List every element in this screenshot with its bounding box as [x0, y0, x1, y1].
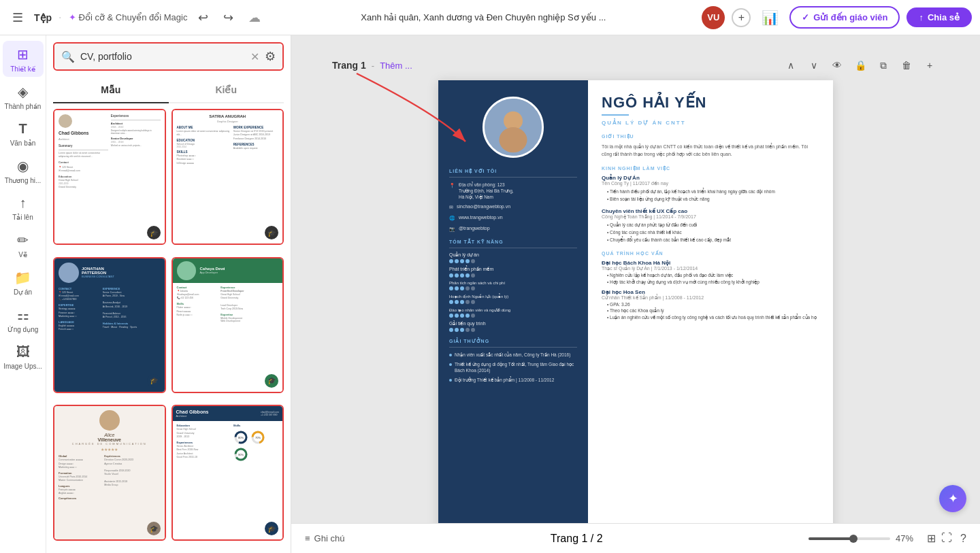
- magic-convert-btn[interactable]: Đổi cỡ & Chuyển đổi Magic: [69, 12, 188, 22]
- cv-intro-text: Tôi là một nhà quản lý dự án CNTT có kiế…: [602, 143, 819, 158]
- filter-icon[interactable]: ⚙: [265, 49, 276, 64]
- page-1-header: Trang 1 - Thêm ... ∧ ∨ 👁 🔒 ⧉ 🗑 +: [332, 56, 939, 75]
- exp-1-bullet-1: Tiến hành điều phối dự án, lập kế hoạch …: [602, 188, 819, 195]
- zoom-controls: 47%: [808, 533, 913, 543]
- text-label: Văn bản: [10, 139, 36, 147]
- notes-button[interactable]: ≡ Ghi chú: [305, 533, 344, 543]
- cv-left-column: LIÊN HỆ VỚI TÔI 📍 Địa chỉ văn phòng: 123…: [438, 80, 588, 523]
- template-grid: Chad Gibbons Architect Summary Lorem ips…: [46, 103, 291, 553]
- redo-button[interactable]: ↪: [219, 7, 238, 28]
- sidebar-item-tai-len[interactable]: ↑ Tải lên: [3, 190, 44, 225]
- notes-label: Ghi chú: [314, 533, 345, 543]
- contact-website: 🌐 www.trangwebtop.vn: [449, 214, 577, 222]
- page-1-add-button[interactable]: Thêm ...: [380, 61, 412, 71]
- award-1: Nhận viên xuất sắc nhất của năm, Công ty…: [449, 352, 577, 358]
- skill-2: Phát triển phần mềm: [449, 267, 577, 278]
- search-input[interactable]: [80, 51, 245, 62]
- template-card-4[interactable]: Cahaya Dewi App Developer Contact 📍 Jaka…: [172, 257, 284, 393]
- apps-icon: ⚏: [17, 307, 29, 323]
- send-to-teacher-button[interactable]: ✓ Gửi đến giáo viên: [789, 6, 900, 29]
- zoom-slider[interactable]: [808, 537, 890, 540]
- left-panel: 🔍 ✕ ⚙ Mẫu Kiểu Chad Gibbons Architect: [46, 35, 291, 553]
- edu-2-b1: GPA: 3.26: [602, 302, 819, 307]
- sidebar-item-thiet-ke[interactable]: ⊞ Thiết kế: [3, 41, 44, 77]
- apps-label: Ứng dụng: [7, 326, 39, 333]
- svg-point-12: [499, 127, 527, 152]
- template-card-5[interactable]: Alice Villeneuve CHARGÉE DE COMMUNICATIO…: [53, 405, 166, 541]
- exp-2-job: Chuyên viên thiết kế UX Cấp cao: [602, 208, 819, 214]
- search-bar: 🔍 ✕ ⚙: [54, 44, 282, 69]
- elements-label: Thành phần: [5, 103, 42, 110]
- cv-badge-3: 🎓: [147, 374, 161, 388]
- template-card-6[interactable]: Chad Gibbons Architect chad@email.com+1 …: [172, 405, 284, 541]
- tab-mau[interactable]: Mẫu: [53, 78, 169, 103]
- share-icon: ↑: [919, 12, 924, 22]
- add-collaborator-button[interactable]: +: [732, 8, 751, 27]
- tab-kieu[interactable]: Kiểu: [169, 78, 284, 103]
- brand-icon: ◉: [17, 158, 29, 174]
- zoom-percent: 47%: [896, 533, 913, 543]
- exp-2-bullet-1: Quản lý các dự án phức tạp từ đầu đến cu…: [602, 222, 819, 228]
- sidebar-item-ung-dung[interactable]: ⚏ Ứng dụng: [3, 301, 44, 337]
- skill-1: Quản lý dự án: [449, 252, 577, 263]
- preview-button[interactable]: 👁: [828, 56, 847, 75]
- bottom-bar: ≡ Ghi chú Trang 1 / 2 47% ⊞ ⛶ ?: [291, 523, 980, 553]
- svg-text:70%: 70%: [255, 436, 261, 439]
- file-menu[interactable]: Tệp: [34, 12, 52, 23]
- skills-section-title: TÓM TẮT KỸ NĂNG: [449, 239, 577, 248]
- edu-1-b2: Hợp tác khởi chạy ứng dụng và dịch vụ mớ…: [602, 280, 819, 285]
- delete-button[interactable]: 🗑: [897, 56, 916, 75]
- fullscreen-button[interactable]: ⛶: [941, 532, 952, 545]
- cv-badge-6: 🎓: [265, 522, 278, 535]
- collapse-up-button[interactable]: ∧: [781, 56, 800, 75]
- menu-icon[interactable]: ☰: [8, 6, 27, 29]
- cv-avatar: [483, 97, 544, 158]
- collapse-down-button[interactable]: ∨: [804, 56, 823, 75]
- contact-address: 📍 Địa chỉ văn phòng: 123Trường Định, Hai…: [449, 182, 577, 200]
- document-title: Xanh hải quân, Xanh dương và Đen Chuyên …: [272, 12, 695, 22]
- cv-badge-5: 🎓: [147, 522, 161, 535]
- magic-assistant-button[interactable]: ✦: [939, 485, 966, 512]
- cv-job-title: QUẢN LÝ DỰ ÁN CNTT: [602, 120, 819, 126]
- page-1-title: Trang 1: [332, 60, 366, 71]
- sidebar-item-du-an[interactable]: 📁 Dự án: [3, 264, 44, 300]
- draw-icon: ✏: [17, 232, 29, 248]
- template-card-2[interactable]: SATRIA ANUGRAH Graphic Designer ABOUT ME…: [172, 109, 284, 245]
- text-icon: T: [18, 121, 27, 137]
- sidebar-item-image-ups[interactable]: 🖼 Image Ups...: [3, 339, 44, 374]
- send-icon: ✓: [802, 12, 809, 22]
- main-area: ⊞ Thiết kế ◈ Thành phần T Văn bản ◉ Thươ…: [0, 35, 980, 553]
- cv-document-page1[interactable]: LIÊN HỆ VỚI TÔI 📍 Địa chỉ văn phòng: 123…: [438, 80, 833, 523]
- lock-button[interactable]: 🔒: [851, 56, 870, 75]
- contact-section-title: LIÊN HỆ VỚI TÔI: [449, 169, 577, 178]
- template-card-1[interactable]: Chad Gibbons Architect Summary Lorem ips…: [53, 109, 166, 245]
- view-buttons: ⊞ ⛶: [927, 532, 952, 545]
- sidebar-item-ve[interactable]: ✏ Vẽ: [3, 227, 44, 263]
- topbar: ☰ Tệp · Đổi cỡ & Chuyển đổi Magic ↩ ↪ ☁ …: [0, 0, 980, 35]
- skill-6: Gải tiến quy trình: [449, 321, 577, 332]
- upload-label: Tải lên: [12, 214, 33, 221]
- clear-search-button[interactable]: ✕: [250, 50, 259, 63]
- cv-badge-2: 🎓: [265, 226, 278, 239]
- add-page-button[interactable]: +: [920, 56, 939, 75]
- share-button[interactable]: ↑ Chia sẻ: [906, 7, 972, 27]
- pagination-display: Trang 1 / 2: [353, 533, 800, 545]
- exp-2-bullet-2: Công tác cùng các nhà thiết kế khác: [602, 229, 819, 235]
- analytics-icon[interactable]: 📊: [757, 7, 783, 29]
- awards-section-title: GIẢI THƯỞNG: [449, 339, 577, 348]
- sidebar-item-thuong-hieu[interactable]: ◉ Thương hi...: [3, 152, 44, 188]
- undo-button[interactable]: ↩: [194, 7, 212, 28]
- grid-view-button[interactable]: ⊞: [927, 532, 936, 545]
- skill-4: Hoạch định Nguồn lực (quản lý): [449, 294, 577, 304]
- duplicate-button[interactable]: ⧉: [874, 56, 893, 75]
- user-avatar[interactable]: VU: [702, 6, 725, 29]
- notes-icon: ≡: [305, 533, 310, 543]
- help-button[interactable]: ?: [960, 533, 966, 545]
- template-card-3[interactable]: JONATHAN PATTERSON BUSINESS CONSULTANT C…: [53, 257, 166, 393]
- sidebar-item-van-ban[interactable]: T Văn bản: [3, 116, 44, 151]
- canvas-scroll[interactable]: Trang 1 - Thêm ... ∧ ∨ 👁 🔒 ⧉ 🗑 +: [291, 35, 980, 523]
- exp-1-job: Quản lý Dự Án: [602, 175, 819, 181]
- intro-section-title: GIỚI THIỆU: [602, 134, 819, 139]
- page-1-controls: ∧ ∨ 👁 🔒 ⧉ 🗑 +: [781, 56, 939, 75]
- sidebar-item-thanh-phan[interactable]: ◈ Thành phần: [3, 78, 44, 114]
